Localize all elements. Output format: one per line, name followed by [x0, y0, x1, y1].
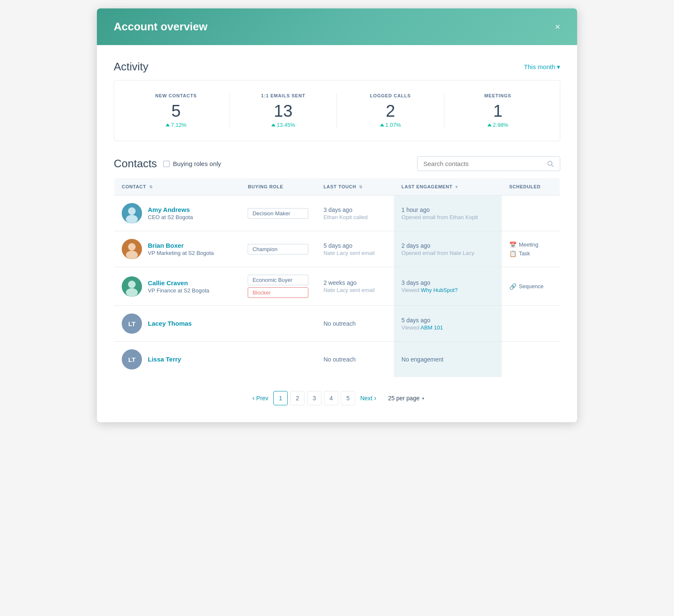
- buying-role-td: [240, 342, 316, 378]
- svg-line-1: [552, 165, 554, 166]
- engagement-link[interactable]: Why HubSpot?: [421, 287, 457, 293]
- last-touch-td: No outreach: [316, 342, 394, 378]
- scheduled-td: 🔗 Sequence: [502, 267, 560, 306]
- last-engagement-sub: Opened email from Nate Lacy: [401, 250, 494, 256]
- activity-stat-2: LOGGED CALLS 2 1.07%: [337, 93, 444, 128]
- up-arrow-icon-2: [380, 123, 384, 126]
- last-engagement-td: 1 hour agoOpened email from Ethan Kopit: [394, 196, 502, 231]
- search-input[interactable]: [423, 160, 544, 167]
- last-engagement-sub: Viewed ABM 101: [401, 324, 494, 331]
- page-button-5[interactable]: 5: [341, 391, 355, 405]
- last-engagement-primary: No engagement: [401, 356, 494, 363]
- svg-point-3: [128, 207, 136, 215]
- activity-stat-1: 1:1 EMAILS SENT 13 13.45%: [230, 93, 337, 128]
- contact-info: Amy Andrews CEO at S2 Bogota: [148, 206, 193, 220]
- page-button-3[interactable]: 3: [307, 391, 321, 405]
- table-row: Amy Andrews CEO at S2 Bogota Decision Ma…: [114, 196, 560, 231]
- per-page-label: 25 per page: [388, 395, 420, 402]
- svg-point-6: [128, 243, 136, 251]
- scheduled-td: [502, 306, 560, 342]
- last-touch-sub: Nate Lacy sent email: [324, 250, 386, 256]
- contacts-left: Contacts Buying roles only: [114, 157, 221, 170]
- buying-roles: Economic BuyerBlocker: [248, 275, 308, 298]
- last-engagement-cell: 1 hour agoOpened email from Ethan Kopit: [401, 206, 494, 220]
- modal-body: Activity This month ▾ NEW CONTACTS 5 7.1…: [97, 45, 577, 422]
- role-badge: Blocker: [248, 287, 308, 298]
- search-box: [417, 156, 560, 171]
- contact-name[interactable]: Lacey Thomas: [148, 320, 192, 327]
- col-last-touch[interactable]: LAST TOUCH ⇅: [316, 178, 394, 196]
- avatar: [122, 203, 142, 223]
- page-button-4[interactable]: 4: [324, 391, 338, 405]
- contact-cell: LT Lissa Terry: [122, 349, 233, 370]
- contact-info: Callie Craven VP Finance at S2 Bogota: [148, 279, 209, 294]
- page-button-2[interactable]: 2: [290, 391, 305, 405]
- last-touch-td: 2 weeks ago Nate Lacy sent email: [316, 267, 394, 306]
- pagination: ‹ Prev 12345 Next › 25 per page ▾: [114, 391, 560, 405]
- modal-header: Account overview ×: [97, 8, 577, 45]
- avatar: [122, 239, 142, 259]
- scheduled-icon: 📋: [509, 250, 516, 257]
- last-engagement-cell: 5 days agoViewed ABM 101: [401, 317, 494, 331]
- contact-name[interactable]: Lissa Terry: [148, 356, 181, 363]
- scheduled-icon: 🔗: [509, 283, 516, 290]
- contacts-title: Contacts: [114, 157, 157, 170]
- contact-info: Lacey Thomas: [148, 320, 192, 328]
- period-selector[interactable]: This month ▾: [524, 63, 560, 71]
- contact-name[interactable]: Callie Craven: [148, 279, 209, 287]
- stat-change-0: 7.12%: [131, 122, 221, 128]
- prev-arrow-icon: ‹: [252, 394, 254, 402]
- buying-roles-checkbox[interactable]: [163, 161, 170, 167]
- last-touch-cell: 5 days ago Nate Lacy sent email: [324, 242, 386, 256]
- col-buying-role: BUYING ROLE: [240, 178, 316, 196]
- last-touch-primary: 2 weeks ago: [324, 279, 386, 286]
- last-touch-cell: No outreach: [324, 356, 386, 363]
- account-overview-modal: Account overview × Activity This month ▾…: [97, 8, 577, 422]
- scheduled-cell: 🔗 Sequence: [509, 283, 552, 290]
- contact-cell-td: Amy Andrews CEO at S2 Bogota: [114, 196, 241, 231]
- buying-role-td: Decision Maker: [240, 196, 316, 231]
- scheduled-cell: 📅 Meeting 📋 Task: [509, 241, 552, 257]
- stat-label-3: MEETINGS: [453, 93, 543, 98]
- per-page-selector[interactable]: 25 per page ▾: [388, 395, 424, 402]
- next-label: Next: [360, 395, 372, 402]
- engagement-link[interactable]: ABM 101: [420, 324, 443, 331]
- scheduled-icon: 📅: [509, 241, 516, 248]
- contact-name[interactable]: Amy Andrews: [148, 206, 193, 213]
- stat-value-1: 13: [238, 102, 329, 119]
- contact-name[interactable]: Brian Boxer: [148, 242, 214, 249]
- last-touch-sort-icon: ⇅: [359, 185, 363, 189]
- last-touch-cell: No outreach: [324, 320, 386, 327]
- contact-title: VP Marketing at S2 Bogota: [148, 250, 214, 256]
- last-engagement-cell: 3 days agoViewed Why HubSpot?: [401, 279, 494, 293]
- close-button[interactable]: ×: [555, 22, 560, 32]
- period-chevron-icon: ▾: [557, 63, 560, 71]
- col-contact[interactable]: CONTACT ⇅: [114, 178, 241, 196]
- last-engagement-td: 3 days agoViewed Why HubSpot?: [394, 267, 502, 306]
- stat-value-2: 2: [345, 102, 436, 119]
- contact-cell: LT Lacey Thomas: [122, 313, 233, 334]
- col-last-engagement[interactable]: LAST ENGAGEMENT ▾: [394, 178, 502, 196]
- buying-roles: Decision Maker: [248, 208, 308, 219]
- up-arrow-icon-0: [166, 123, 170, 126]
- buying-roles-filter[interactable]: Buying roles only: [163, 160, 221, 167]
- last-engagement-primary: 2 days ago: [401, 242, 494, 249]
- next-button[interactable]: Next ›: [358, 394, 379, 402]
- buying-role-td: Champion: [240, 231, 316, 267]
- svg-point-10: [126, 288, 138, 297]
- scheduled-td: [502, 342, 560, 378]
- page-button-1[interactable]: 1: [273, 391, 288, 405]
- role-badge: Decision Maker: [248, 208, 308, 219]
- contact-cell-td: Callie Craven VP Finance at S2 Bogota: [114, 267, 241, 306]
- table-row: LT Lissa Terry No outreach No engagement: [114, 342, 560, 378]
- buying-roles-label: Buying roles only: [173, 160, 221, 167]
- table-row: LT Lacey Thomas No outreach 5 days agoVi…: [114, 306, 560, 342]
- prev-button[interactable]: ‹ Prev: [250, 394, 271, 402]
- contact-title: VP Finance at S2 Bogota: [148, 287, 209, 294]
- activity-title: Activity: [114, 60, 148, 73]
- last-touch-primary: No outreach: [324, 320, 386, 327]
- role-badge: Economic Buyer: [248, 275, 308, 285]
- table-row: Brian Boxer VP Marketing at S2 Bogota Ch…: [114, 231, 560, 267]
- prev-label: Prev: [256, 395, 268, 402]
- last-touch-primary: 5 days ago: [324, 242, 386, 249]
